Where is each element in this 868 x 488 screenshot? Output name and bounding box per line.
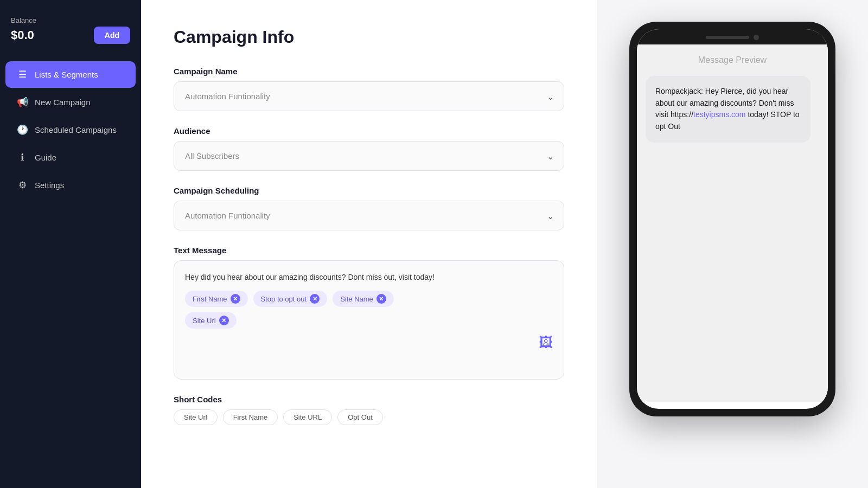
settings-icon: ⚙ [16,179,28,191]
audience-label: Audience [174,126,564,136]
short-codes-row: Site Url First Name Site URL Opt Out [174,409,564,425]
tag-remove-icon[interactable]: ✕ [231,294,240,304]
short-code-site-url[interactable]: Site Url [174,409,218,425]
scheduling-select[interactable]: Automation Funtionality [174,201,564,230]
phone-screen: Message Preview Rompackjack: Hey Pierce,… [637,44,828,402]
new-campaign-icon: 📢 [16,97,28,108]
message-body-text: Hey did you hear about our amazing disco… [185,272,553,283]
text-message-box[interactable]: Hey did you hear about our amazing disco… [174,260,564,380]
lists-segments-icon: ☰ [16,69,28,80]
page-title: Campaign Info [174,27,564,47]
sidebar-item-label: New Campaign [35,98,91,107]
scheduling-label: Campaign Scheduling [174,186,564,195]
tag-remove-icon[interactable]: ✕ [310,294,320,304]
short-codes-label: Short Codes [174,395,564,404]
sidebar-item-guide[interactable]: ℹ Guide [5,144,136,171]
phone-notch [637,29,828,44]
scheduled-icon: 🕐 [16,124,28,136]
phone-frame: Message Preview Rompackjack: Hey Pierce,… [629,22,835,416]
add-button[interactable]: Add [94,27,130,44]
balance-label: Balance [11,16,130,24]
tag-first-name[interactable]: First Name ✕ [185,291,248,307]
message-preview-title: Message Preview [646,55,819,65]
short-code-opt-out[interactable]: Opt Out [337,409,383,425]
audience-section: Audience All Subscribers ⌄ [174,126,564,171]
main-content: Campaign Info Campaign Name Automation F… [141,0,597,488]
balance-amount: $0.0 [11,28,34,42]
audience-select[interactable]: All Subscribers [174,142,564,170]
sidebar-item-new-campaign[interactable]: 📢 New Campaign [5,89,136,115]
tag-label: Site Url [193,317,216,325]
tag-label: Stop to opt out [261,295,307,303]
short-code-first-name[interactable]: First Name [223,409,278,425]
image-upload-icon[interactable]: 🖼 [539,334,553,351]
tag-stop-opt-out[interactable]: Stop to opt out ✕ [253,291,328,307]
tag-site-url[interactable]: Site Url ✕ [185,312,237,329]
campaign-name-select[interactable]: Automation Funtionality [174,82,564,111]
phone-inner: Message Preview Rompackjack: Hey Pierce,… [637,29,828,409]
sidebar-item-scheduled-campaigns[interactable]: 🕐 Scheduled Campaigns [5,117,136,143]
sidebar-nav: ☰ Lists & Segments 📢 New Campaign 🕐 Sche… [0,60,141,200]
audience-select-wrapper: All Subscribers ⌄ [174,141,564,171]
tag-site-name[interactable]: Site Name ✕ [333,291,394,307]
notch-dot [754,35,759,40]
scheduling-section: Campaign Scheduling Automation Funtional… [174,186,564,230]
notch-pill [706,36,749,39]
tag-remove-icon[interactable]: ✕ [219,316,229,325]
campaign-name-label: Campaign Name [174,67,564,76]
message-bubble: Rompackjack: Hey Pierce, did you hear ab… [646,76,810,143]
text-message-label: Text Message [174,246,564,255]
sidebar-item-label: Scheduled Campaigns [35,125,117,134]
sidebar-item-lists-segments[interactable]: ☰ Lists & Segments [5,61,136,88]
image-icon-row: 🖼 [185,334,553,351]
sidebar-item-label: Lists & Segments [35,70,98,79]
tag-remove-icon[interactable]: ✕ [376,294,386,304]
sidebar-item-label: Guide [35,153,56,162]
tag-label: First Name [193,295,227,303]
tags-row-2: Site Url ✕ [185,312,553,329]
short-code-site-url2[interactable]: Site URL [283,409,332,425]
scheduling-select-wrapper: Automation Funtionality ⌄ [174,201,564,230]
guide-icon: ℹ [16,152,28,163]
text-message-section: Text Message Hey did you hear about our … [174,246,564,380]
short-codes-section: Short Codes Site Url First Name Site URL… [174,395,564,425]
sidebar: Balance $0.0 Add ☰ Lists & Segments 📢 Ne… [0,0,141,488]
sidebar-item-settings[interactable]: ⚙ Settings [5,172,136,198]
tag-label: Site Name [340,295,373,303]
sidebar-item-label: Settings [35,181,64,190]
message-url-link: testyipsms.com [693,110,745,119]
campaign-name-section: Campaign Name Automation Funtionality ⌄ [174,67,564,111]
balance-section: Balance $0.0 Add [0,11,141,55]
right-panel: Message Preview Rompackjack: Hey Pierce,… [597,0,868,488]
campaign-name-select-wrapper: Automation Funtionality ⌄ [174,81,564,111]
tags-row: First Name ✕ Stop to opt out ✕ Site Name… [185,291,553,307]
